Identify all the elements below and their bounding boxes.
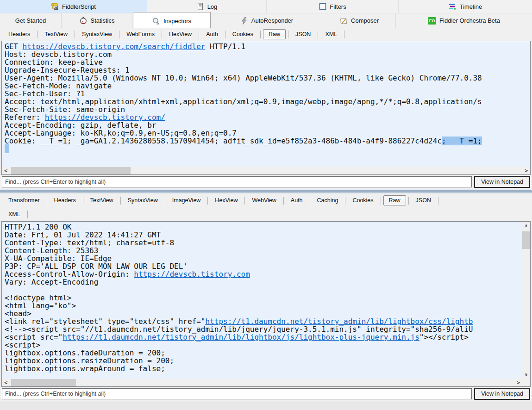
response-find-input[interactable] [2,388,472,399]
tab-timeline[interactable]: Timeline [399,0,532,13]
raw-line: GET https://devscb.tistory.com/search/fi… [5,43,530,50]
request-find-bar: View in Notepad [0,175,532,189]
tab-fiddlerscript[interactable]: JSFiddlerScript [0,0,147,13]
scroll-up-icon[interactable] [522,222,530,230]
request-find-input[interactable] [2,176,472,187]
raw-text: Cookie: __T_=1; _ga=GA1.2.1436280558.157… [5,137,442,145]
raw-line: Sec-Fetch-User: ?1 [5,90,530,98]
subtab-hexview[interactable]: HexView [162,28,199,40]
tab-fiddler-orchestra-beta[interactable]: FOFiddler Orchestra Beta [396,13,532,28]
pane-splitter[interactable] [0,189,532,193]
timeline-icon [449,3,457,11]
scroll-left-icon[interactable] [2,379,10,386]
subtab-xml[interactable]: XML [318,28,344,40]
raw-text: "></script> [419,333,469,342]
subtab-webforms[interactable]: WebForms [119,28,162,40]
subtab-webview[interactable]: WebView [245,194,283,206]
h-scroll-thumb[interactable] [11,379,76,386]
log-icon [196,3,204,11]
raw-link[interactable]: https://devscb.tistory.com [134,270,250,279]
response-inspector-pane: TransformerHeadersTextViewSyntaxViewImag… [0,193,532,401]
tab-composer[interactable]: Composer [323,13,396,28]
inspectors-magnifier-icon: 0101101 [152,17,160,25]
raw-line: Host: devscb.tistory.com [5,50,530,58]
request-h-scrollbar[interactable] [2,167,530,174]
subtab-cookies[interactable]: Cookies [225,28,260,40]
tab-label: FiddlerScript [62,3,96,10]
subtab-syntaxview[interactable]: SyntaxView [75,28,119,40]
tab-filters[interactable]: Filters [267,0,399,13]
raw-line: <!doctype html> [5,294,522,302]
subtab-xml[interactable]: XML [1,208,27,220]
raw-line: <script src="https://t1.daumcdn.net/tist… [5,333,522,341]
raw-line: <html lang="ko"> [5,302,522,310]
request-inspector-tab-strip: HeadersTextViewSyntaxViewWebFormsHexView… [0,28,532,41]
raw-line: <!--><script src="//t1.daumcdn.net/tisto… [5,325,522,333]
tab-get-started[interactable]: Get Started [0,13,62,28]
composer-pencil-icon [340,17,348,25]
tab-label: Fiddler Orchestra Beta [439,17,500,24]
scroll-right-icon[interactable] [522,167,530,174]
subtab-auth[interactable]: Auth [199,28,225,40]
request-raw-view[interactable]: GET https://devscb.tistory.com/search/fi… [1,41,531,175]
raw-text: lightbox.options.wrapAround = false; [5,364,165,373]
subtab-hexview[interactable]: HexView [208,194,244,206]
subtab-transformer[interactable]: Transformer [1,194,47,206]
raw-line: Access-Control-Allow-Origin: https://dev… [5,270,522,278]
view-in-notepad-button[interactable]: View in Notepad [474,388,530,400]
tab-separator [438,197,438,205]
fiddler-orchestra-icon: FO [428,17,436,25]
scroll-left-icon[interactable] [2,167,10,174]
raw-line: X-UA-Compatible: IE=Edge [5,255,522,262]
h-scroll-thumb[interactable] [11,167,131,174]
raw-line: lightbox.options.resizeDuration = 200; [5,357,522,365]
main-tab-strip-primary: Get StartedStatistics0101101InspectorsAu… [0,13,532,28]
response-raw-text: HTTP/1.1 200 OKDate: Fri, 01 Jul 2022 14… [2,222,522,378]
subtab-textview[interactable]: TextView [38,28,75,40]
raw-line: lightbox.options.wrapAround = false; [5,365,522,373]
statistics-stopwatch-icon [79,17,87,25]
raw-line: Sec-Fetch-Site: same-origin [5,106,530,113]
scroll-right-icon[interactable] [514,379,522,386]
raw-line: <head> [5,310,522,317]
tab-statistics[interactable]: Statistics [62,13,133,28]
tab-autoresponder[interactable]: AutoResponder [211,13,323,28]
autoresponder-lightning-icon [240,17,248,25]
response-inspector-tab-strip-row2: XML [0,207,532,221]
view-in-notepad-button[interactable]: View in Notepad [474,176,530,188]
raw-line: Upgrade-Insecure-Requests: 1 [5,66,530,74]
subtab-caching[interactable]: Caching [310,194,345,206]
subtab-auth[interactable]: Auth [284,194,310,206]
tab-log[interactable]: Log [147,0,267,13]
scroll-down-icon[interactable] [522,371,530,379]
raw-line: Sec-Fetch-Mode: navigate [5,82,530,90]
tab-separator [344,31,344,38]
v-scroll-thumb[interactable] [522,231,530,249]
subtab-raw[interactable]: Raw [263,29,286,39]
raw-line [5,286,522,294]
tab-label: Composer [351,17,379,24]
fiddlerscript-icon: JS [51,3,59,11]
response-h-scrollbar[interactable] [2,379,522,386]
tab-label: Log [207,3,218,10]
tab-separator [381,197,381,205]
response-inspector-tab-strip-row1: TransformerHeadersTextViewSyntaxViewImag… [0,193,532,207]
raw-line: Accept-Encoding: gzip, deflate, br [5,121,530,129]
response-find-bar: View in Notepad [0,387,532,401]
response-v-scrollbar[interactable] [522,222,530,379]
subtab-raw[interactable]: Raw [383,195,406,205]
subtab-syntaxview[interactable]: SyntaxView [121,194,165,206]
subtab-cookies[interactable]: Cookies [345,194,380,206]
subtab-json[interactable]: JSON [288,28,318,40]
main-tab-strip-secondary: JSFiddlerScriptLogFiltersTimeline [0,0,532,13]
raw-link[interactable]: https://t1.daumcdn.net/tistory_admin/lib… [63,333,419,342]
subtab-headers[interactable]: Headers [47,194,83,206]
subtab-headers[interactable]: Headers [1,28,37,40]
subtab-textview[interactable]: TextView [83,194,120,206]
subtab-imageview[interactable]: ImageView [165,194,208,206]
tab-inspectors[interactable]: 0101101Inspectors [133,12,211,28]
raw-line: lightbox.options.fadeDuration = 200; [5,349,522,357]
selected-text [5,144,9,153]
response-raw-view[interactable]: HTTP/1.1 200 OKDate: Fri, 01 Jul 2022 14… [1,221,531,387]
subtab-json[interactable]: JSON [409,194,438,206]
